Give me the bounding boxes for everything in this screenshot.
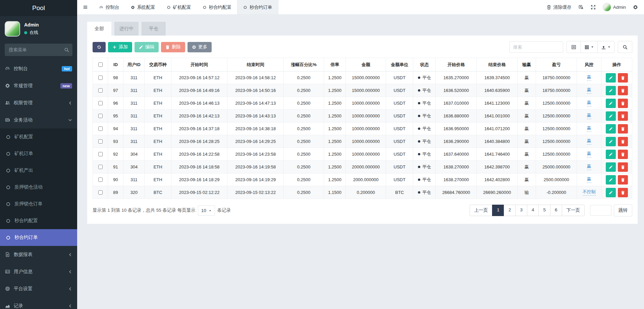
row-edit-button[interactable] [606, 86, 616, 95]
risk-control-link[interactable]: 赢 [587, 138, 591, 144]
delete-button[interactable]: 删除 [161, 42, 185, 52]
cell-close-price: 1641.746400 [477, 148, 518, 161]
sidebar-item[interactable]: 记录 [0, 297, 77, 309]
risk-control-link[interactable]: 赢 [587, 176, 591, 183]
sidebar-item[interactable]: 权限管理 [0, 94, 77, 111]
sidebar-item[interactable]: 业务活动 [0, 111, 77, 128]
export-button[interactable] [597, 41, 614, 53]
risk-control-link[interactable]: 赢 [587, 87, 591, 93]
sidebar-subitem[interactable]: 质押锁仓活动 [0, 179, 77, 196]
cell-close-price: 1640.635900 [477, 84, 518, 97]
row-checkbox[interactable] [98, 152, 103, 156]
sidebar-item[interactable]: 控制台hot [0, 60, 77, 77]
row-edit-button[interactable] [606, 175, 616, 185]
risk-control-link[interactable]: 赢 [587, 100, 591, 106]
fullscreen-button[interactable] [591, 5, 596, 10]
sidebar-subitem[interactable]: 矿机订单 [0, 145, 77, 162]
row-checkbox[interactable] [98, 165, 103, 169]
menu-search-input[interactable] [5, 44, 72, 56]
topbar-tab[interactable]: 控制台 [94, 0, 125, 14]
row-delete-button[interactable] [618, 175, 628, 185]
row-edit-button[interactable] [606, 99, 616, 108]
prev-page-button[interactable]: 上一页 [470, 205, 493, 216]
row-checkbox[interactable] [98, 126, 103, 131]
app-logo[interactable]: Pool [0, 0, 77, 16]
row-checkbox[interactable] [98, 177, 103, 182]
topbar-tab[interactable]: 秒合约配置 [197, 0, 237, 14]
row-edit-button[interactable] [606, 162, 616, 172]
settings-button[interactable] [633, 5, 638, 10]
hamburger-button[interactable] [77, 0, 94, 14]
row-delete-button[interactable] [618, 86, 628, 95]
user-menu[interactable]: Admin [603, 3, 626, 11]
row-delete-button[interactable] [618, 73, 628, 83]
row-edit-button[interactable] [606, 124, 616, 134]
page-number-button[interactable]: 4 [527, 205, 539, 216]
cell-win-lose: 赢 [518, 110, 536, 122]
sidebar-subitem[interactable]: 矿机配置 [0, 128, 77, 145]
page-number-button[interactable]: 1 [492, 205, 504, 216]
page-number-button[interactable]: 6 [550, 205, 562, 216]
risk-control-link[interactable]: 赢 [587, 113, 591, 119]
sidebar-subitem[interactable]: 秒合约订单 [0, 229, 77, 246]
topbar-tab[interactable]: 矿机配置 [161, 0, 197, 14]
columns-button[interactable] [581, 41, 598, 53]
sidebar-subitem[interactable]: 质押锁仓订单 [0, 196, 77, 212]
cell-pnl: 18750.000000 [536, 71, 577, 84]
row-delete-button[interactable] [618, 137, 628, 146]
row-delete-button[interactable] [618, 124, 628, 134]
row-delete-button[interactable] [618, 111, 628, 121]
risk-control-link[interactable]: 赢 [587, 125, 591, 132]
sidebar-item[interactable]: 平台设置 [0, 280, 77, 297]
risk-control-link[interactable]: 赢 [587, 74, 591, 81]
row-edit-button[interactable] [606, 111, 616, 121]
filter-tab[interactable]: 进行中 [114, 22, 139, 36]
avatar[interactable] [5, 21, 20, 37]
row-checkbox[interactable] [98, 101, 103, 105]
row-edit-button[interactable] [606, 73, 616, 83]
filter-tab[interactable]: 全部 [87, 22, 111, 36]
row-delete-button[interactable] [618, 162, 628, 172]
topbar-tab[interactable]: 秒合约订单 [237, 0, 278, 14]
sidebar-subitem[interactable]: 秒合约配置 [0, 212, 77, 229]
select-all-checkbox[interactable] [98, 62, 103, 67]
row-delete-button[interactable] [618, 188, 628, 197]
page-number-button[interactable]: 3 [515, 205, 527, 216]
more-button[interactable]: 更多 [187, 42, 212, 52]
jump-page-input[interactable] [590, 205, 611, 216]
detail-view-button[interactable] [567, 41, 581, 53]
refresh-button[interactable] [93, 42, 106, 52]
edit-button[interactable]: 编辑 [135, 42, 159, 52]
jump-button[interactable]: 跳转 [614, 204, 632, 216]
risk-control-link[interactable]: 不控制 [583, 189, 596, 195]
table-search-input[interactable] [509, 41, 563, 53]
filter-tab[interactable]: 平仓 [142, 22, 166, 36]
row-delete-button[interactable] [618, 99, 628, 108]
row-edit-button[interactable] [606, 188, 616, 197]
row-checkbox[interactable] [98, 190, 103, 195]
trash-icon [621, 127, 625, 131]
search-button[interactable] [618, 41, 632, 53]
sidebar-item[interactable]: 用户信息 [0, 263, 77, 280]
row-checkbox[interactable] [98, 139, 103, 144]
row-edit-button[interactable] [606, 137, 616, 146]
sidebar-item[interactable]: 常规管理new [0, 77, 77, 94]
add-button[interactable]: 添加 [108, 42, 132, 52]
sidebar-item[interactable]: 数据报表 [0, 246, 77, 263]
next-page-button[interactable]: 下一页 [562, 205, 585, 216]
risk-control-link[interactable]: 赢 [587, 164, 591, 170]
row-delete-button[interactable] [618, 150, 628, 159]
cell-actions [601, 84, 632, 97]
page-number-button[interactable]: 2 [504, 205, 516, 216]
topbar-tab[interactable]: 系统配置 [125, 0, 161, 14]
row-checkbox[interactable] [98, 114, 103, 118]
risk-control-link[interactable]: 赢 [587, 151, 591, 157]
sidebar-subitem[interactable]: 矿机产出 [0, 162, 77, 179]
language-button[interactable] [579, 5, 584, 10]
clear-cache-button[interactable]: 清除缓存 [546, 4, 572, 10]
page-size-select[interactable]: 10 [198, 205, 215, 216]
row-edit-button[interactable] [606, 150, 616, 159]
row-checkbox[interactable] [98, 88, 103, 93]
page-number-button[interactable]: 5 [538, 205, 550, 216]
row-checkbox[interactable] [98, 75, 103, 80]
